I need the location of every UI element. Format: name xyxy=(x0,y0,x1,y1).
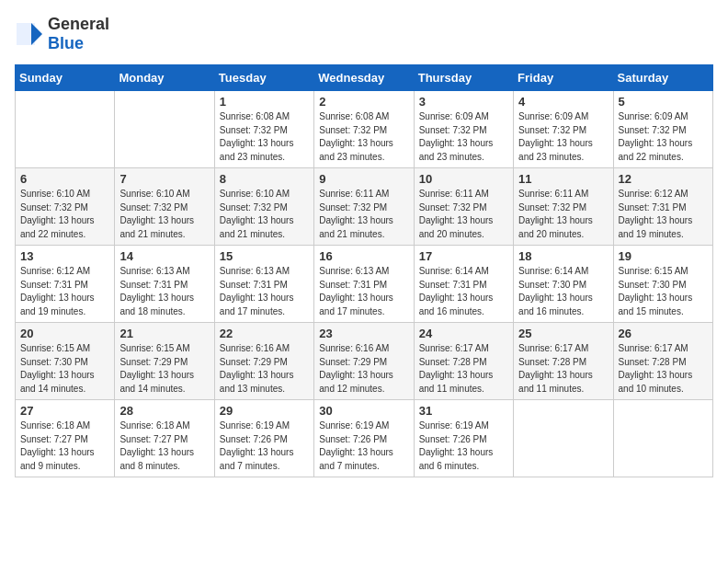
day-info: Sunrise: 6:11 AM Sunset: 7:32 PM Dayligh… xyxy=(518,188,608,241)
calendar-cell: 5Sunrise: 6:09 AM Sunset: 7:32 PM Daylig… xyxy=(613,91,712,168)
calendar-cell: 13Sunrise: 6:12 AM Sunset: 7:31 PM Dayli… xyxy=(16,246,115,323)
calendar-cell: 31Sunrise: 6:19 AM Sunset: 7:26 PM Dayli… xyxy=(414,400,513,477)
day-info: Sunrise: 6:09 AM Sunset: 7:32 PM Dayligh… xyxy=(518,110,608,164)
day-info: Sunrise: 6:13 AM Sunset: 7:31 PM Dayligh… xyxy=(119,265,209,318)
day-number: 22 xyxy=(220,327,309,340)
day-info: Sunrise: 6:16 AM Sunset: 7:29 PM Dayligh… xyxy=(319,342,408,396)
day-info: Sunrise: 6:17 AM Sunset: 7:28 PM Dayligh… xyxy=(518,342,608,396)
day-number: 1 xyxy=(220,95,309,109)
logo-general-text: General xyxy=(48,15,109,33)
day-number: 7 xyxy=(119,172,209,186)
day-info: Sunrise: 6:14 AM Sunset: 7:31 PM Dayligh… xyxy=(419,265,508,318)
day-number: 14 xyxy=(119,249,209,263)
header: GeneralBlue xyxy=(15,15,713,53)
calendar-cell: 20Sunrise: 6:15 AM Sunset: 7:30 PM Dayli… xyxy=(16,323,115,400)
day-info: Sunrise: 6:08 AM Sunset: 7:32 PM Dayligh… xyxy=(220,110,309,164)
day-info: Sunrise: 6:09 AM Sunset: 7:32 PM Dayligh… xyxy=(619,110,708,164)
calendar-cell: 21Sunrise: 6:15 AM Sunset: 7:29 PM Dayli… xyxy=(115,323,214,400)
day-number: 26 xyxy=(619,327,708,340)
day-info: Sunrise: 6:18 AM Sunset: 7:27 PM Dayligh… xyxy=(20,419,109,473)
calendar-cell: 26Sunrise: 6:17 AM Sunset: 7:28 PM Dayli… xyxy=(613,323,712,400)
day-info: Sunrise: 6:19 AM Sunset: 7:26 PM Dayligh… xyxy=(319,419,408,473)
day-info: Sunrise: 6:16 AM Sunset: 7:29 PM Dayligh… xyxy=(220,342,309,396)
calendar-cell xyxy=(613,400,712,477)
calendar-cell xyxy=(16,91,115,168)
calendar-cell: 27Sunrise: 6:18 AM Sunset: 7:27 PM Dayli… xyxy=(16,400,115,477)
day-info: Sunrise: 6:17 AM Sunset: 7:28 PM Dayligh… xyxy=(419,342,508,396)
day-info: Sunrise: 6:10 AM Sunset: 7:32 PM Dayligh… xyxy=(20,188,109,241)
day-info: Sunrise: 6:08 AM Sunset: 7:32 PM Dayligh… xyxy=(319,110,408,164)
day-number: 5 xyxy=(619,95,708,109)
day-number: 17 xyxy=(419,249,508,263)
day-info: Sunrise: 6:12 AM Sunset: 7:31 PM Dayligh… xyxy=(20,265,109,318)
day-header-sunday: Sunday xyxy=(16,65,115,91)
calendar-cell: 16Sunrise: 6:13 AM Sunset: 7:31 PM Dayli… xyxy=(314,246,414,323)
calendar-cell: 22Sunrise: 6:16 AM Sunset: 7:29 PM Dayli… xyxy=(214,323,313,400)
day-number: 15 xyxy=(220,249,309,263)
day-number: 12 xyxy=(619,172,708,186)
day-info: Sunrise: 6:13 AM Sunset: 7:31 PM Dayligh… xyxy=(319,265,408,318)
calendar-week-row: 13Sunrise: 6:12 AM Sunset: 7:31 PM Dayli… xyxy=(16,246,713,323)
calendar-cell: 6Sunrise: 6:10 AM Sunset: 7:32 PM Daylig… xyxy=(16,168,115,246)
calendar-cell: 15Sunrise: 6:13 AM Sunset: 7:31 PM Dayli… xyxy=(214,246,313,323)
calendar-week-row: 6Sunrise: 6:10 AM Sunset: 7:32 PM Daylig… xyxy=(16,168,713,246)
calendar-cell: 8Sunrise: 6:10 AM Sunset: 7:32 PM Daylig… xyxy=(214,168,313,246)
day-number: 16 xyxy=(319,249,408,263)
day-number: 18 xyxy=(518,249,608,263)
calendar-cell: 9Sunrise: 6:11 AM Sunset: 7:32 PM Daylig… xyxy=(314,168,414,246)
calendar-cell: 30Sunrise: 6:19 AM Sunset: 7:26 PM Dayli… xyxy=(314,400,414,477)
day-header-wednesday: Wednesday xyxy=(314,65,414,91)
day-number: 25 xyxy=(518,327,608,340)
logo-icon xyxy=(15,19,44,49)
calendar-cell: 24Sunrise: 6:17 AM Sunset: 7:28 PM Dayli… xyxy=(414,323,513,400)
calendar-cell: 3Sunrise: 6:09 AM Sunset: 7:32 PM Daylig… xyxy=(414,91,513,168)
day-number: 9 xyxy=(319,172,408,186)
day-info: Sunrise: 6:11 AM Sunset: 7:32 PM Dayligh… xyxy=(419,188,508,241)
day-info: Sunrise: 6:15 AM Sunset: 7:29 PM Dayligh… xyxy=(119,342,209,396)
day-number: 8 xyxy=(220,172,309,186)
calendar-cell: 17Sunrise: 6:14 AM Sunset: 7:31 PM Dayli… xyxy=(414,246,513,323)
day-info: Sunrise: 6:14 AM Sunset: 7:30 PM Dayligh… xyxy=(518,265,608,318)
calendar-cell: 1Sunrise: 6:08 AM Sunset: 7:32 PM Daylig… xyxy=(214,91,313,168)
day-number: 3 xyxy=(419,95,508,109)
day-info: Sunrise: 6:13 AM Sunset: 7:31 PM Dayligh… xyxy=(220,265,309,318)
calendar-cell: 29Sunrise: 6:19 AM Sunset: 7:26 PM Dayli… xyxy=(214,400,313,477)
day-info: Sunrise: 6:12 AM Sunset: 7:31 PM Dayligh… xyxy=(619,188,708,241)
day-header-thursday: Thursday xyxy=(414,65,513,91)
day-number: 11 xyxy=(518,172,608,186)
calendar-cell: 14Sunrise: 6:13 AM Sunset: 7:31 PM Dayli… xyxy=(115,246,214,323)
day-number: 31 xyxy=(419,404,508,418)
calendar-week-row: 20Sunrise: 6:15 AM Sunset: 7:30 PM Dayli… xyxy=(16,323,713,400)
calendar-cell: 10Sunrise: 6:11 AM Sunset: 7:32 PM Dayli… xyxy=(414,168,513,246)
calendar-cell: 11Sunrise: 6:11 AM Sunset: 7:32 PM Dayli… xyxy=(514,168,613,246)
calendar-cell: 7Sunrise: 6:10 AM Sunset: 7:32 PM Daylig… xyxy=(115,168,214,246)
day-number: 4 xyxy=(518,95,608,109)
day-header-monday: Monday xyxy=(115,65,214,91)
day-number: 6 xyxy=(20,172,109,186)
day-number: 23 xyxy=(319,327,408,340)
svg-marker-1 xyxy=(31,23,42,45)
day-info: Sunrise: 6:18 AM Sunset: 7:27 PM Dayligh… xyxy=(119,419,209,473)
day-info: Sunrise: 6:15 AM Sunset: 7:30 PM Dayligh… xyxy=(20,342,109,396)
day-number: 19 xyxy=(619,249,708,263)
calendar-cell: 23Sunrise: 6:16 AM Sunset: 7:29 PM Dayli… xyxy=(314,323,414,400)
day-info: Sunrise: 6:11 AM Sunset: 7:32 PM Dayligh… xyxy=(319,188,408,241)
day-header-tuesday: Tuesday xyxy=(214,65,313,91)
calendar-week-row: 27Sunrise: 6:18 AM Sunset: 7:27 PM Dayli… xyxy=(16,400,713,477)
day-number: 20 xyxy=(20,327,109,340)
calendar-header-row: SundayMondayTuesdayWednesdayThursdayFrid… xyxy=(16,65,713,91)
day-number: 27 xyxy=(20,404,109,418)
calendar-cell xyxy=(115,91,214,168)
calendar: SundayMondayTuesdayWednesdayThursdayFrid… xyxy=(15,64,713,477)
day-header-saturday: Saturday xyxy=(613,65,712,91)
day-number: 30 xyxy=(319,404,408,418)
day-info: Sunrise: 6:19 AM Sunset: 7:26 PM Dayligh… xyxy=(220,419,309,473)
calendar-cell: 25Sunrise: 6:17 AM Sunset: 7:28 PM Dayli… xyxy=(514,323,613,400)
day-info: Sunrise: 6:17 AM Sunset: 7:28 PM Dayligh… xyxy=(619,342,708,396)
day-info: Sunrise: 6:09 AM Sunset: 7:32 PM Dayligh… xyxy=(419,110,508,164)
calendar-cell: 2Sunrise: 6:08 AM Sunset: 7:32 PM Daylig… xyxy=(314,91,414,168)
day-number: 29 xyxy=(220,404,309,418)
day-info: Sunrise: 6:10 AM Sunset: 7:32 PM Dayligh… xyxy=(119,188,209,241)
logo: GeneralBlue xyxy=(15,15,109,53)
day-number: 2 xyxy=(319,95,408,109)
